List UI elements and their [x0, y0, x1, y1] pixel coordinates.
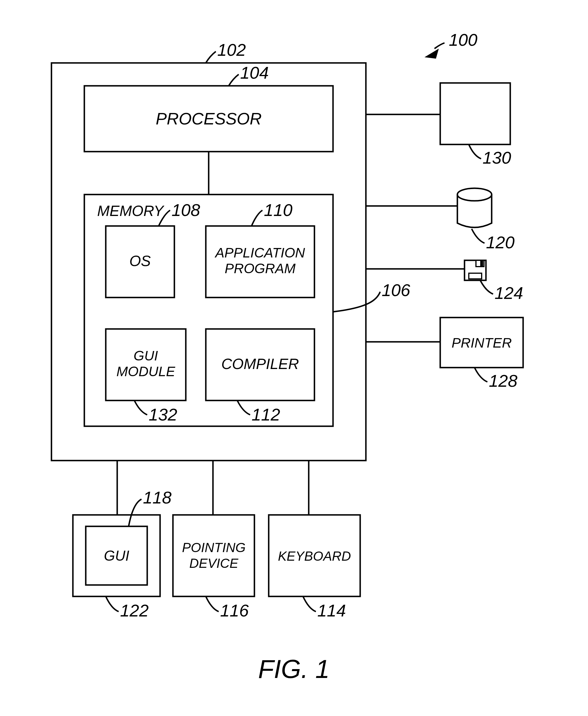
printer-label: PRINTER [451, 335, 512, 350]
svg-text:104: 104 [240, 63, 269, 82]
svg-text:122: 122 [120, 601, 149, 620]
svg-text:112: 112 [252, 405, 280, 424]
ref-122: 122 [106, 596, 149, 620]
figure-caption: FIG. 1 [258, 655, 330, 683]
keyboard-label: KEYBOARD [278, 549, 351, 564]
gui-module-label-1: GUI [133, 348, 158, 363]
monitor-box [440, 83, 510, 144]
svg-text:114: 114 [317, 601, 346, 620]
svg-text:128: 128 [489, 371, 518, 390]
ref-128: 128 [475, 368, 518, 390]
svg-rect-18 [469, 273, 482, 279]
ref-130: 130 [469, 144, 511, 167]
svg-text:120: 120 [486, 233, 514, 252]
svg-text:124: 124 [495, 284, 523, 303]
diagram: 100 102 PROCESSOR 104 MEMORY 106 OS 108 … [0, 0, 588, 716]
ref-114: 114 [303, 596, 346, 620]
svg-text:102: 102 [217, 40, 246, 60]
os-label: OS [129, 252, 151, 269]
svg-text:130: 130 [483, 148, 511, 167]
svg-text:108: 108 [171, 201, 201, 220]
svg-text:116: 116 [220, 601, 249, 620]
ref-100: 100 [424, 30, 477, 59]
ref-120: 120 [472, 229, 514, 252]
svg-text:118: 118 [143, 488, 172, 507]
gui-module-label-2: MODULE [116, 364, 175, 379]
svg-text:110: 110 [264, 201, 292, 220]
svg-text:106: 106 [382, 281, 411, 300]
svg-text:100: 100 [449, 30, 477, 49]
memory-label: MEMORY [97, 203, 164, 219]
ref-102: 102 [206, 40, 246, 63]
svg-point-13 [457, 188, 492, 201]
pointing-label-1: POINTING [182, 540, 246, 555]
pointing-label-2: DEVICE [189, 556, 239, 571]
svg-text:132: 132 [149, 405, 177, 424]
processor-label: PROCESSOR [156, 109, 262, 128]
ref-124: 124 [480, 280, 523, 303]
cylinder-icon [457, 188, 492, 227]
ref-116: 116 [206, 596, 249, 620]
app-label-2: PROGRAM [225, 261, 296, 276]
svg-rect-17 [480, 261, 483, 266]
disk-icon [464, 260, 486, 280]
gui-label: GUI [104, 548, 129, 564]
compiler-label: COMPILER [221, 355, 299, 372]
app-label-1: APPLICATION [214, 245, 305, 260]
